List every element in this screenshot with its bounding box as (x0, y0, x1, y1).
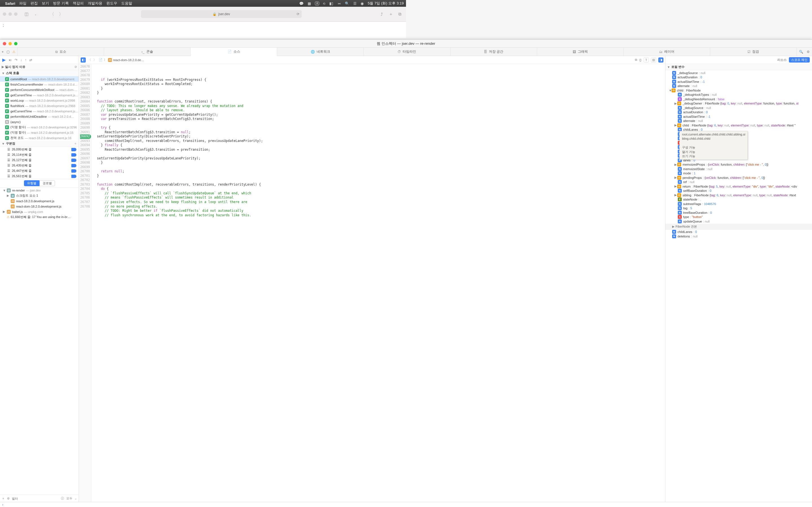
control-center-icon[interactable]: ☰ (353, 1, 357, 6)
stack-frame[interactable]: FflushWork— react-18.2.0.development.js:… (0, 103, 79, 108)
menu-file[interactable]: 파일 (19, 1, 27, 6)
tree-babel[interactable]: ▶JSbabel.js— unpkg.com (0, 209, 79, 214)
inspector-traffic-lights[interactable] (3, 42, 17, 45)
tab-timeline[interactable]: ⏱타임라인 (364, 48, 406, 56)
by-path-button[interactable]: 경로별 (40, 180, 55, 186)
stack-frame[interactable]: N(async) (0, 119, 79, 124)
spotlight-icon[interactable]: 🔍 (345, 1, 349, 6)
left-sidebar-toggle[interactable]: ◧ (81, 57, 86, 62)
js-file-icon: JS (108, 58, 112, 62)
stack-frame[interactable]: FfinishConcurrentRender— react-dom-18.2.… (0, 82, 79, 87)
close-icon[interactable]: ⊘ (74, 65, 77, 69)
breakpoint-item[interactable]: ☰26,561번째 줄 (0, 173, 79, 179)
add-icon[interactable]: ＋ (74, 142, 77, 146)
tree-file-react[interactable]: JSreact-18.2.0.development.js (0, 198, 79, 204)
link-icon[interactable]: ⫘ (337, 1, 341, 6)
nav-back-icon[interactable]: 〈 (88, 58, 91, 62)
line-gutter[interactable]: 26676 26677 26678 26679 26680 26681 2668… (79, 64, 91, 253)
breadcrumb[interactable]: 📄〉JS react-dom-18.2.0.de… (99, 58, 144, 62)
device-icon[interactable]: ▢ (6, 50, 10, 54)
warning-icon: ⚠ (7, 215, 10, 219)
stack-frame[interactable]: F전역 코드— react-18.2.0.development.js:16 (0, 135, 79, 140)
web-inspector: 웹 인스펙터 — jser.dev — re-render ⌖ ▢ ⚠ ⧉요소 … (0, 40, 406, 253)
stack-frame[interactable]: FworkLoop— react-18.2.0.development.js:2… (0, 98, 79, 103)
elements-icon: ⧉ (55, 50, 58, 54)
breakpoints-header[interactable]: ▼구분점＋ (0, 140, 79, 147)
step-over-button[interactable]: ↷ (15, 58, 17, 62)
tab-console[interactable]: ›_콘솔 (104, 48, 191, 56)
sources-tree: ▼▤re-render— jser.dev ▶▤스크립트 요소 1 JSreac… (0, 187, 79, 253)
address-bar[interactable]: 🔒 jser.dev ⟳ (141, 10, 302, 18)
breakpoints-list: ☰26,095번째 줄☰26,114번째 줄☰26,127번째 줄☰26,435… (0, 147, 79, 179)
resume-button[interactable]: ⏯ (8, 58, 12, 62)
url-text: jser.dev (218, 12, 230, 16)
menu-edit[interactable]: 편집 (31, 1, 38, 6)
tree-folder[interactable]: ▶▤스크립트 요소 1 (0, 193, 79, 198)
stack-frame[interactable]: F(익명 함수)— react-18.2.0.development.js:32… (0, 124, 79, 130)
by-type-button[interactable]: 유형별 (24, 180, 40, 186)
step-out-button[interactable]: ↑ (25, 58, 27, 62)
debugger-controls: ▶ ⏯ ↷ ↓ ↑ ⇄ (0, 56, 79, 64)
page-text: ; (3, 23, 4, 27)
share-icon[interactable]: ⤴ (378, 11, 385, 17)
tabs-icon[interactable]: ⧉ (396, 11, 403, 17)
tree-file-react-dom[interactable]: JSreact-dom-18.2.0.development.js (0, 204, 79, 209)
menubar-clock[interactable]: 5월 7일 (화) 오후 3:19 (368, 1, 404, 6)
code-content[interactable]: if (workInProgressRootExitStatus === Roo… (91, 64, 406, 253)
siri-icon[interactable]: ◉ (361, 1, 364, 6)
stack-frame[interactable]: FperformWorkUntilDeadline— react-18.2.0.… (0, 114, 79, 119)
back-button[interactable]: 〈 (49, 11, 55, 17)
safari-toolbar: ◫ ⌄ 〈 〉 🔒 jser.dev ⟳ ⤴ ＋ ⧉ (0, 7, 406, 21)
tab-network[interactable]: 🌐네트워크 (277, 48, 364, 56)
stack-frame[interactable]: FgetCurrentTime— react-18.2.0.developmen… (0, 108, 79, 114)
menu-window[interactable]: 윈도우 (106, 1, 117, 6)
forward-button[interactable]: 〉 (57, 11, 64, 17)
pause-reason-header[interactable]: ▶일시 정지 이유⊘ (0, 64, 79, 70)
tab-elements[interactable]: ⧉요소 (17, 48, 104, 56)
callstack-header[interactable]: ▼스택 호출 (0, 70, 79, 76)
window-traffic-lights[interactable] (3, 12, 17, 16)
step-into-button[interactable]: ↓ (20, 58, 22, 62)
warnings-icon[interactable]: ⚠ (12, 50, 15, 54)
sources-icon: 📄 (227, 50, 232, 54)
breakpoint-item[interactable]: ☰26,435번째 줄 (0, 163, 79, 168)
breakpoints-toggle-icon[interactable]: ▶ (2, 57, 6, 62)
stack-frame[interactable]: FperformConcurrentWorkOnRoot— react-dom-… (0, 87, 79, 93)
breakpoint-item[interactable]: ☰26,095번째 줄 (0, 147, 79, 152)
inspector-titlebar: 웹 인스펙터 — jser.dev — re-render (0, 40, 406, 48)
tree-warning[interactable]: ⚠61,666번째 줄: 17 You are using the in-br… (0, 214, 79, 220)
messages-icon[interactable]: 💬 (299, 1, 304, 6)
file-icon: 📄 (99, 58, 103, 62)
menu-view[interactable]: 보기 (42, 1, 49, 6)
menu-history[interactable]: 방문 기록 (53, 1, 69, 6)
battery-icon[interactable]: ▮▯ (329, 1, 333, 6)
sidebar-icon[interactable]: ◫ (23, 11, 30, 17)
chevron-down-icon[interactable]: ⌄ (32, 11, 39, 17)
inspect-element-icon[interactable]: ⌖ (2, 50, 4, 54)
breakpoint-item[interactable]: ☰26,447번째 줄 (0, 168, 79, 173)
breakpoint-item[interactable]: ☰26,114번째 줄 (0, 152, 79, 158)
breakpoint-item[interactable]: ☰26,127번째 줄 (0, 158, 79, 163)
step-button[interactable]: ⇄ (29, 58, 32, 62)
menu-help[interactable]: 도움말 (121, 1, 132, 6)
menu-develop[interactable]: 개발자용 (88, 1, 102, 6)
stack-frame[interactable]: FgetCurrentTime— react-18.2.0.developmen… (0, 93, 79, 98)
input-source-icon[interactable]: A (315, 2, 319, 5)
source-grouping-segment: 유형별 경로별 (0, 179, 79, 187)
tree-root[interactable]: ▼▤re-render— jser.dev (0, 187, 79, 193)
bluetooth-icon[interactable]: ⎋ (323, 1, 325, 6)
tab-sources[interactable]: 📄소스 (191, 48, 277, 56)
document-icon: ▤ (7, 188, 11, 192)
new-tab-icon[interactable]: ＋ (388, 11, 394, 17)
stack-frame[interactable]: F(익명 함수)— react-18.2.0.development.js:15 (0, 130, 79, 135)
inspector-title: 웹 인스펙터 — jser.dev — re-render (0, 41, 406, 46)
nav-forward-icon[interactable]: 〉 (93, 58, 96, 62)
menu-bookmarks[interactable]: 책갈피 (73, 1, 84, 6)
stage-manager-icon[interactable]: ▦ (308, 1, 311, 6)
app-name[interactable]: Safari (5, 1, 15, 6)
code-editor[interactable]: 26676 26677 26678 26679 26680 26681 2668… (79, 64, 406, 253)
stack-frame[interactable]: FcommitRoot— react-dom-18.2.0.developmen… (0, 76, 79, 82)
reload-icon[interactable]: ⟳ (297, 12, 299, 16)
js-file-icon: JS (11, 199, 15, 203)
inspector-tabs: ⌖ ▢ ⚠ ⧉요소 ›_콘솔 📄소스 🌐네트워크 ⏱타임라인 🗄저장 공간 🖼그… (0, 48, 406, 56)
